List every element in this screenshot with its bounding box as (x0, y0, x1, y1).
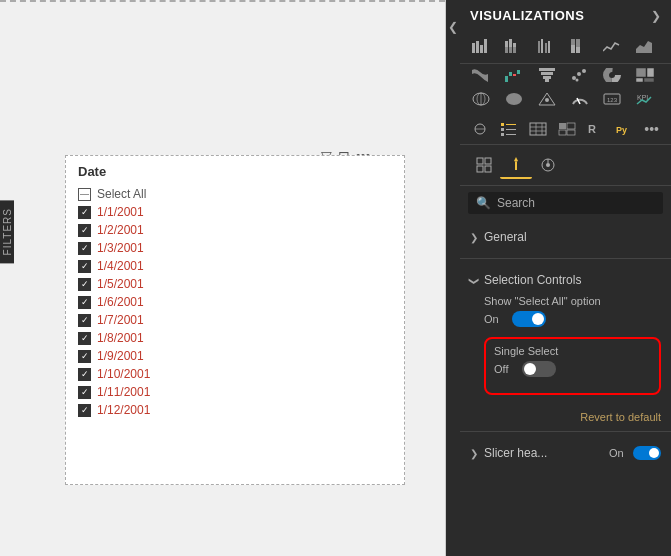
list-item[interactable]: 1/4/2001 (74, 257, 396, 275)
area-chart-icon[interactable] (632, 35, 658, 57)
list-item[interactable]: 1/6/2001 (74, 293, 396, 311)
table-icon[interactable] (525, 118, 550, 140)
single-select-toggle[interactable] (522, 361, 556, 377)
item-checkbox[interactable] (78, 296, 91, 309)
python-icon[interactable]: Py (612, 118, 637, 140)
select-all-checkbox[interactable] (78, 188, 91, 201)
more-viz-button[interactable]: ••• (640, 121, 663, 137)
globe-icon[interactable] (468, 118, 493, 140)
item-checkbox[interactable] (78, 224, 91, 237)
format-tab[interactable] (500, 151, 532, 179)
item-checkbox[interactable] (78, 278, 91, 291)
search-container[interactable]: 🔍 Search (468, 192, 663, 214)
funnel-icon[interactable] (534, 64, 560, 86)
slicer-header-chevron-icon: ❯ (470, 448, 478, 459)
slicer-header-row[interactable]: ❯ Slicer hea... On (470, 442, 661, 464)
item-checkbox[interactable] (78, 206, 91, 219)
svg-rect-33 (636, 68, 646, 77)
pie-chart-icon[interactable] (599, 64, 625, 86)
item-checkbox[interactable] (78, 386, 91, 399)
divider2 (460, 431, 671, 432)
kpi-icon[interactable]: KPI (632, 88, 658, 110)
selection-controls-section: ❯ Selection Controls Show "Select All" o… (460, 263, 671, 407)
svg-rect-8 (513, 43, 516, 47)
slicer-icon[interactable] (497, 118, 522, 140)
azure-map-icon[interactable] (534, 88, 560, 110)
item-checkbox[interactable] (78, 314, 91, 327)
svg-rect-55 (530, 123, 546, 135)
list-item[interactable]: 1/9/2001 (74, 347, 396, 365)
svg-point-27 (572, 76, 576, 80)
item-checkbox[interactable] (78, 332, 91, 345)
bar-chart-icon[interactable] (468, 35, 494, 57)
svg-marker-18 (636, 41, 652, 53)
scatter-icon[interactable] (567, 64, 593, 86)
svg-rect-0 (472, 43, 475, 53)
svg-point-40 (506, 93, 522, 105)
100-stacked-bar-icon[interactable] (567, 35, 593, 57)
filled-map-icon[interactable] (501, 88, 527, 110)
single-select-state: Off (494, 363, 514, 375)
list-item[interactable]: 1/8/2001 (74, 329, 396, 347)
svg-rect-12 (545, 43, 547, 53)
slicer-header-toggle-container: On (609, 446, 661, 460)
ribbon-chart-icon[interactable] (468, 64, 494, 86)
list-item[interactable]: 1/12/2001 (74, 401, 396, 419)
svg-rect-20 (509, 72, 512, 76)
revert-to-default-link[interactable]: Revert to default (460, 407, 671, 427)
matrix-icon[interactable] (554, 118, 579, 140)
list-item[interactable]: 1/7/2001 (74, 311, 396, 329)
analytics-tab[interactable] (532, 151, 564, 179)
slicer-header-toggle[interactable] (633, 446, 661, 460)
general-section-header[interactable]: ❯ General (470, 226, 661, 248)
svg-rect-22 (517, 70, 520, 74)
r-script-icon[interactable]: R (583, 118, 608, 140)
fields-tab[interactable] (468, 151, 500, 179)
line-chart-icon[interactable] (599, 35, 625, 57)
item-checkbox[interactable] (78, 350, 91, 363)
list-item[interactable]: 1/3/2001 (74, 239, 396, 257)
show-select-all-row: Show "Select All" option On (484, 295, 661, 327)
viz-header: VISUALIZATIONS ❯ (460, 0, 671, 31)
clustered-bar-icon[interactable] (534, 35, 560, 57)
collapse-arrow-icon[interactable]: ❮ (448, 20, 458, 34)
svg-rect-25 (543, 76, 551, 79)
collapse-panel[interactable]: ❮ (446, 0, 460, 556)
svg-point-72 (546, 163, 550, 167)
list-item[interactable]: 1/10/2001 (74, 365, 396, 383)
item-checkbox[interactable] (78, 242, 91, 255)
svg-rect-23 (539, 68, 555, 71)
item-checkbox[interactable] (78, 368, 91, 381)
svg-rect-53 (501, 133, 504, 136)
gauge-icon[interactable] (567, 88, 593, 110)
svg-rect-49 (501, 123, 504, 126)
slicer-select-all[interactable]: Select All (74, 185, 396, 203)
svg-point-29 (582, 69, 586, 73)
left-panel: ▽ ⊡ ••• Date Select All 1/1/2001 1/2/200… (0, 0, 446, 556)
show-select-all-state: On (484, 313, 504, 325)
stacked-bar-icon[interactable] (501, 35, 527, 57)
svg-rect-9 (513, 47, 516, 53)
map-icon[interactable] (468, 88, 494, 110)
selection-controls-header[interactable]: ❯ Selection Controls (470, 269, 661, 291)
selection-controls-content: Show "Select All" option On Single Selec… (470, 291, 661, 401)
svg-rect-62 (559, 130, 566, 135)
svg-rect-36 (644, 78, 654, 82)
toggle-thumb (532, 313, 544, 325)
item-checkbox[interactable] (78, 260, 91, 273)
svg-rect-26 (545, 79, 549, 82)
show-select-all-toggle[interactable] (512, 311, 546, 327)
list-item[interactable]: 1/2/2001 (74, 221, 396, 239)
viz-expand-icon[interactable]: ❯ (651, 9, 661, 23)
item-checkbox[interactable] (78, 404, 91, 417)
waterfall-icon[interactable] (501, 64, 527, 86)
list-item[interactable]: 1/5/2001 (74, 275, 396, 293)
svg-rect-34 (647, 68, 654, 77)
treemap-icon[interactable] (632, 64, 658, 86)
card-icon[interactable]: 123 (599, 88, 625, 110)
toggle-thumb (649, 448, 659, 458)
list-item[interactable]: 1/1/2001 (74, 203, 396, 221)
svg-text:123: 123 (607, 97, 618, 103)
list-item[interactable]: 1/11/2001 (74, 383, 396, 401)
search-display[interactable]: Search (497, 196, 535, 210)
